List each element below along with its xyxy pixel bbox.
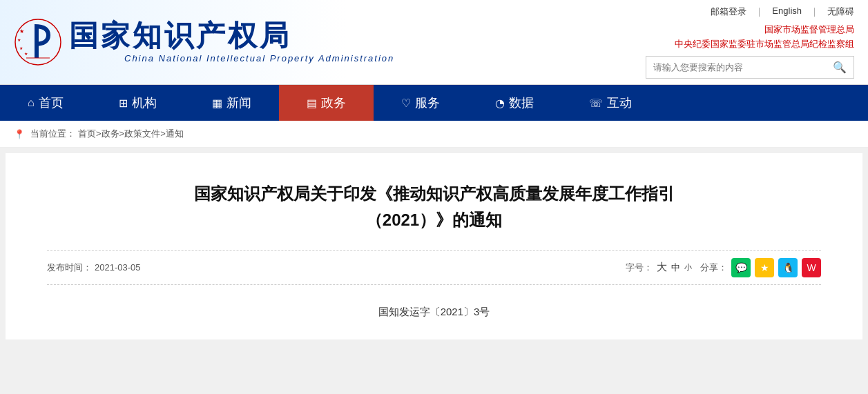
svg-text:★: ★ xyxy=(19,46,23,50)
font-small-btn[interactable]: 小 xyxy=(684,262,692,273)
font-large-btn[interactable]: 大 xyxy=(657,261,667,274)
logo-chinese: 国家知识产权局 xyxy=(69,21,394,50)
search-icon: 🔍 xyxy=(833,61,847,73)
article-meta: 发布时间： 2021-03-05 字号： 大 中 小 分享： 💬 ★ 🐧 xyxy=(47,250,821,285)
nav-item-interact[interactable]: ☏ 互动 xyxy=(561,85,659,121)
email-login-link[interactable]: 邮箱登录 xyxy=(711,6,746,18)
meta-left: 发布时间： 2021-03-05 xyxy=(47,262,141,274)
gov-link-2[interactable]: 中央纪委国家监委驻市场监管总局纪检监察组 xyxy=(675,38,854,50)
svg-text:★: ★ xyxy=(17,38,21,42)
share-wechat-btn[interactable]: 💬 xyxy=(731,258,751,277)
qq-icon: 🐧 xyxy=(782,262,794,273)
gov-links: 国家市场监督管理总局 中央纪委国家监委驻市场监管总局纪检监察组 xyxy=(675,23,854,50)
article-content: 国家知识产权局关于印发《推动知识产权高质量发展年度工作指引 （2021）》的通知… xyxy=(6,153,862,339)
publish-label: 发布时间： xyxy=(47,262,92,274)
nav-label-home: 首页 xyxy=(39,95,64,111)
nav-label-institution: 机构 xyxy=(132,95,157,111)
nav-item-institution[interactable]: ⊞ 机构 xyxy=(91,85,184,121)
font-size-controls: 字号： 大 中 小 xyxy=(626,261,692,274)
article-doc-no: 国知发运字〔2021〕3号 xyxy=(47,306,821,319)
breadcrumb-path: 首页>政务>政策文件>通知 xyxy=(78,128,184,140)
wechat-icon: 💬 xyxy=(735,262,747,273)
nav-label-data: 数据 xyxy=(509,95,534,111)
search-button[interactable]: 🔍 xyxy=(826,57,853,78)
accessibility-link[interactable]: 无障碍 xyxy=(827,6,854,18)
nav-item-home[interactable]: ⌂ 首页 xyxy=(0,85,91,121)
logo-emblem: ★ ★ ★ ★ xyxy=(14,18,62,66)
divider1: ｜ xyxy=(755,6,764,18)
share-weibo-btn[interactable]: W xyxy=(802,258,821,277)
location-icon: 📍 xyxy=(14,129,25,139)
data-icon: ◔ xyxy=(495,97,505,110)
breadcrumb-label: 当前位置： xyxy=(30,128,75,140)
nav-label-service: 服务 xyxy=(415,95,440,111)
article-title-line2: （2021）》的通知 xyxy=(366,210,502,229)
news-icon: ▦ xyxy=(212,97,222,110)
nav-item-policy[interactable]: ▤ 政务 xyxy=(279,85,374,121)
interact-icon: ☏ xyxy=(589,97,603,110)
logo-area: ★ ★ ★ ★ 国家知识产权局 China National Intellect… xyxy=(14,11,408,73)
nav-item-news[interactable]: ▦ 新闻 xyxy=(184,85,279,121)
gov-link-1[interactable]: 国家市场监督管理总局 xyxy=(764,23,854,36)
nav-label-news: 新闻 xyxy=(226,95,251,111)
header-right: 邮箱登录 ｜ English ｜ 无障碍 国家市场监督管理总局 中央纪委国家监委… xyxy=(408,0,854,84)
font-medium-btn[interactable]: 中 xyxy=(671,262,680,274)
search-input[interactable] xyxy=(646,58,826,77)
article-title: 国家知识产权局关于印发《推动知识产权高质量发展年度工作指引 （2021）》的通知 xyxy=(47,181,821,234)
nav-item-data[interactable]: ◔ 数据 xyxy=(467,85,561,121)
publish-date: 2021-03-05 xyxy=(95,262,141,273)
search-area: 🔍 xyxy=(646,56,854,79)
main-nav: ⌂ 首页 ⊞ 机构 ▦ 新闻 ▤ 政务 ♡ 服务 ◔ 数据 ☏ 互动 xyxy=(0,85,868,121)
breadcrumb: 📍 当前位置： 首页>政务>政策文件>通知 xyxy=(0,121,868,148)
svg-text:★: ★ xyxy=(24,52,28,56)
share-qq-btn[interactable]: 🐧 xyxy=(778,258,798,277)
divider2: ｜ xyxy=(810,6,819,18)
service-icon: ♡ xyxy=(401,97,411,110)
star-icon: ★ xyxy=(760,262,769,273)
article-title-line1: 国家知识产权局关于印发《推动知识产权高质量发展年度工作指引 xyxy=(194,184,675,203)
font-size-label: 字号： xyxy=(626,262,653,274)
share-star-btn[interactable]: ★ xyxy=(755,258,774,277)
weibo-icon: W xyxy=(807,262,816,273)
meta-right: 字号： 大 中 小 分享： 💬 ★ 🐧 W xyxy=(626,258,821,277)
institution-icon: ⊞ xyxy=(119,97,128,110)
svg-text:★: ★ xyxy=(19,28,24,35)
english-link[interactable]: English xyxy=(772,6,802,18)
nav-label-policy: 政务 xyxy=(321,95,346,111)
home-icon: ⌂ xyxy=(28,97,35,109)
logo-english: China National Intellectual Property Adm… xyxy=(124,53,394,63)
top-links: 邮箱登录 ｜ English ｜ 无障碍 xyxy=(711,6,854,18)
share-controls: 分享： 💬 ★ 🐧 W xyxy=(700,258,821,277)
nav-label-interact: 互动 xyxy=(607,95,632,111)
nav-item-service[interactable]: ♡ 服务 xyxy=(374,85,467,121)
policy-icon: ▤ xyxy=(307,97,317,110)
share-label: 分享： xyxy=(700,262,727,274)
